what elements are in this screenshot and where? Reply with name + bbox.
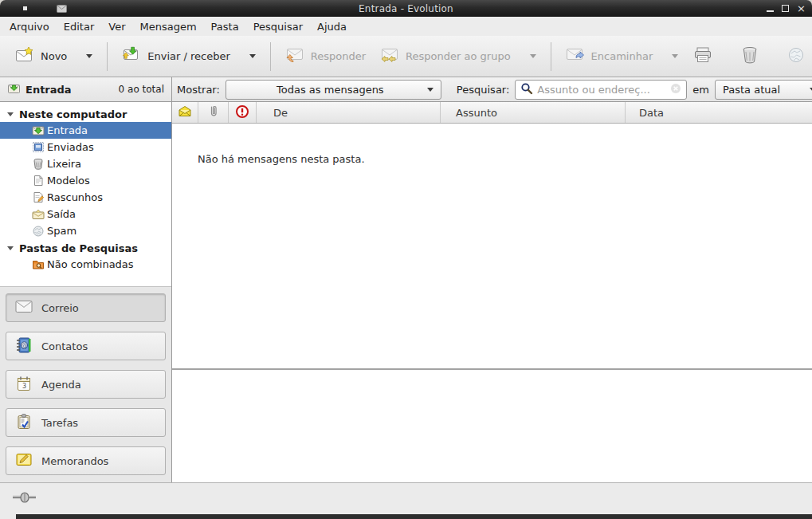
folder-message-count: 0 ao total <box>119 84 164 95</box>
column-assunto[interactable]: Assunto <box>441 102 626 123</box>
menu-ver[interactable]: Ver <box>101 18 132 35</box>
search-box[interactable] <box>515 80 687 100</box>
status-bar <box>0 482 812 514</box>
folder-label: Enviadas <box>47 141 94 153</box>
switcher-agenda[interactable]: 3 Agenda <box>6 370 166 399</box>
close-button[interactable]: × <box>797 3 806 14</box>
send-receive-icon <box>122 46 141 66</box>
mail-icon <box>15 300 33 316</box>
tree-section-this-computer[interactable]: Neste computador <box>0 106 171 122</box>
column-label: De <box>273 107 288 119</box>
reply-group-dropdown-arrow-icon[interactable] <box>530 54 536 58</box>
forward-button-label: Encaminhar <box>591 50 653 62</box>
column-de[interactable]: De <box>257 102 441 123</box>
menu-ajuda[interactable]: Ajuda <box>310 18 354 35</box>
search-scope-dropdown[interactable]: Pasta atual <box>715 80 812 100</box>
switcher-memorandos[interactable]: Memorandos <box>6 446 166 475</box>
column-priority[interactable] <box>229 102 257 123</box>
trash-icon <box>740 45 759 67</box>
folder-lixeira[interactable]: Lixeira <box>0 155 171 172</box>
column-read-status[interactable] <box>172 102 198 123</box>
column-data[interactable]: Data <box>626 102 812 123</box>
menu-editar[interactable]: Editar <box>57 18 102 35</box>
menu-pasta[interactable]: Pasta <box>204 18 246 35</box>
delete-button[interactable] <box>733 41 767 72</box>
title-bar[interactable]: Entrada - Evolution × <box>0 0 812 17</box>
folder-modelos[interactable]: Modelos <box>0 172 171 189</box>
minimize-button[interactable] <box>767 6 774 12</box>
message-list-header: De Assunto Data <box>172 102 812 124</box>
window-title: Entrada - Evolution <box>0 3 812 14</box>
folder-enviadas[interactable]: Enviadas <box>0 139 171 155</box>
scope-prefix-label: em <box>692 84 709 96</box>
outbox-icon <box>32 208 45 220</box>
search-label: Pesquisar: <box>457 84 510 96</box>
preview-pane <box>172 370 812 482</box>
menu-mensagem[interactable]: Mensagem <box>133 18 204 35</box>
empty-folder-message: Não há mensagens nesta pasta. <box>172 124 812 165</box>
reply-group-icon <box>380 46 399 66</box>
inbox-icon <box>32 124 45 136</box>
folder-nao-combinadas[interactable]: Não combinadas <box>0 256 171 273</box>
current-folder-header: Entrada 0 ao total <box>0 77 172 101</box>
folder-entrada[interactable]: Entrada <box>0 122 171 139</box>
switcher-label: Tarefas <box>41 417 78 429</box>
column-attachment[interactable] <box>198 102 229 123</box>
message-list: Não há mensagens nesta pasta. <box>172 124 812 368</box>
clear-search-icon[interactable] <box>670 83 681 96</box>
print-button[interactable] <box>685 41 720 72</box>
expander-icon[interactable] <box>7 246 14 250</box>
menu-arquivo[interactable]: Arquivo <box>2 18 57 35</box>
calendar-icon: 3 <box>15 375 33 394</box>
message-pane: De Assunto Data Não há mensagens nesta p… <box>172 102 812 482</box>
switcher-tarefas[interactable]: Tarefas <box>6 408 166 437</box>
priority-icon <box>235 104 249 121</box>
search-folder-icon <box>32 258 45 270</box>
new-message-icon <box>15 46 34 66</box>
filter-area: Mostrar: Todas as mensagens Pesquisar: e… <box>172 77 812 101</box>
new-dropdown-arrow-icon[interactable] <box>86 54 92 58</box>
reply-group-button[interactable]: Responder ao grupo <box>373 41 543 71</box>
main-toolbar: Novo Enviar / receber Responder Responde… <box>0 36 812 77</box>
switcher-label: Memorandos <box>41 455 108 467</box>
tree-section-search-folders[interactable]: Pastas de Pesquisas <box>0 240 171 256</box>
send-receive-button[interactable]: Enviar / receber <box>115 41 263 71</box>
evolution-window: Entrada - Evolution × Arquivo Editar Ver… <box>0 0 812 519</box>
switcher-contatos[interactable]: @ Contatos <box>6 332 166 360</box>
forward-button[interactable]: Encaminhar <box>559 41 686 71</box>
reply-button[interactable]: Responder <box>278 41 373 71</box>
folder-label: Saída <box>47 208 76 220</box>
online-status-icon[interactable] <box>12 490 44 508</box>
switcher-label: Correio <box>41 302 79 314</box>
folder-saida[interactable]: Saída <box>0 206 171 222</box>
new-button[interactable]: Novo <box>8 41 100 71</box>
reply-icon <box>285 46 304 66</box>
search-input[interactable] <box>537 84 666 96</box>
send-receive-dropdown-arrow-icon[interactable] <box>249 54 256 58</box>
menu-pesquisar[interactable]: Pesquisar <box>246 18 310 35</box>
folder-label: Entrada <box>47 124 88 136</box>
contacts-icon: @ <box>15 337 33 356</box>
send-receive-label: Enviar / receber <box>147 50 230 62</box>
show-filter-dropdown[interactable]: Todas as mensagens <box>226 80 441 100</box>
folder-label: Lixeira <box>47 158 81 170</box>
tree-section-label: Pastas de Pesquisas <box>19 242 138 254</box>
search-icon <box>520 82 533 97</box>
folder-rascunhos[interactable]: Rascunhos <box>0 189 171 206</box>
current-folder-icon <box>7 82 21 97</box>
folder-spam[interactable]: Spam <box>0 222 171 239</box>
folder-tree: Neste computador Entrada Enviadas <box>0 102 171 286</box>
junk-button[interactable] <box>779 41 812 72</box>
main-area: Neste computador Entrada Enviadas <box>0 102 812 482</box>
expander-icon[interactable] <box>7 112 14 116</box>
tree-section-label: Neste computador <box>19 108 127 120</box>
maximize-button[interactable] <box>782 5 789 12</box>
svg-text:@: @ <box>22 341 28 348</box>
trash-small-icon <box>32 158 45 170</box>
folder-filter-bar: Entrada 0 ao total Mostrar: Todas as men… <box>0 77 812 102</box>
forward-icon <box>566 46 585 66</box>
reply-group-label: Responder ao grupo <box>406 50 511 62</box>
spam-icon <box>32 225 45 237</box>
forward-dropdown-arrow-icon[interactable] <box>672 54 678 58</box>
switcher-correio[interactable]: Correio <box>6 293 166 322</box>
